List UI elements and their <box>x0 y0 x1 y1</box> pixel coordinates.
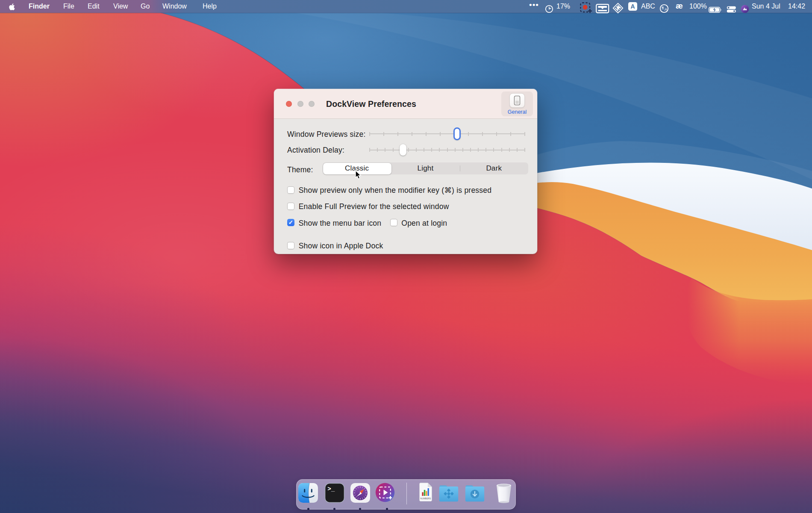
svg-text:>_: >_ <box>327 486 335 492</box>
svg-text:A: A <box>665 7 668 12</box>
svg-text:NUMBERS: NUMBERS <box>421 498 431 500</box>
